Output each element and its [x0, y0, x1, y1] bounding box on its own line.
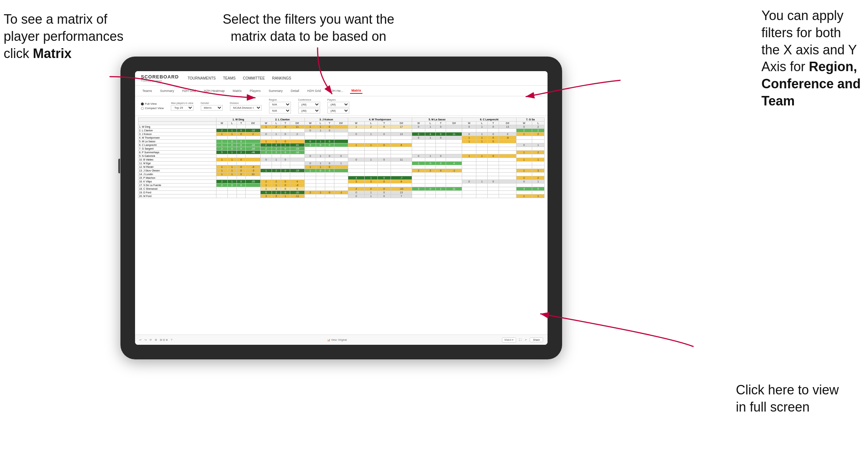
matrix-container[interactable]: 1. W Ding 2. L Clanton 3. J Koivun 4. M …: [135, 116, 548, 335]
players-select2[interactable]: (All): [327, 108, 349, 113]
matrix-cell: [304, 184, 316, 187]
matrix-cell: [476, 187, 488, 191]
nav-tournaments[interactable]: TOURNAMENTS: [188, 76, 216, 81]
fullscreen-icon[interactable]: ⛶: [519, 339, 522, 341]
division-select[interactable]: NCAA Division I: [230, 105, 262, 111]
sh-t5: T: [435, 121, 446, 125]
subnav-h2h-grid2[interactable]: H2H Grid: [306, 88, 323, 93]
matrix-cell: [227, 125, 237, 129]
subnav-players[interactable]: Players: [248, 88, 262, 93]
subnav-detail[interactable]: Detail: [289, 88, 301, 93]
matrix-cell: [499, 151, 516, 154]
sh-t6: T: [488, 121, 499, 125]
matrix-cell: [260, 136, 272, 140]
undo-icon[interactable]: ↩: [139, 339, 142, 341]
matrix-cell: [348, 162, 364, 165]
matrix-cell: [499, 158, 516, 162]
matrix-cell: [499, 169, 516, 173]
matrix-cell: 1: [227, 173, 237, 176]
matrix-cell: [334, 151, 348, 154]
matrix-cell: [246, 140, 260, 143]
matrix-cell: [435, 180, 446, 184]
matrix-cell: 2: [532, 132, 544, 136]
full-view-radio[interactable]: Full View: [141, 102, 164, 105]
players-select[interactable]: (All): [327, 102, 349, 107]
subnav-h2h-heatmap[interactable]: H2H Heatmap: [203, 88, 226, 93]
matrix-cell: 2: [260, 147, 272, 151]
matrix-cell: 10: [246, 173, 260, 176]
region-select2[interactable]: N/A: [269, 108, 291, 113]
matrix-cell: 0: [237, 129, 246, 132]
redo-icon[interactable]: ↪: [145, 339, 147, 341]
matrix-cell: [532, 147, 544, 151]
matrix-cell: [227, 191, 237, 194]
matrix-cell: [364, 147, 377, 151]
matrix-cell: [237, 154, 246, 158]
gender-select[interactable]: Men's: [201, 105, 223, 111]
sh-t1: T: [237, 121, 246, 125]
help-icon[interactable]: ?: [171, 339, 172, 341]
max-players-select[interactable]: Top 25: [171, 105, 193, 111]
conference-select[interactable]: (All): [298, 102, 320, 107]
subnav-matrix[interactable]: Matrix: [231, 88, 243, 93]
matrix-cell: [488, 194, 499, 198]
matrix-cell: [334, 158, 348, 162]
matrix-cell: 0: [377, 132, 391, 136]
matrix-cell: 5: [532, 187, 544, 191]
matrix-cell: 1: [364, 143, 377, 147]
subnav-matrix2[interactable]: Matrix: [350, 88, 363, 94]
matrix-cell: [476, 129, 488, 132]
subnav-summary2[interactable]: Summary: [267, 88, 284, 93]
nav-teams[interactable]: TEAMS: [223, 76, 235, 81]
subnav-h2h-grid[interactable]: H2H Grid: [181, 88, 197, 93]
matrix-cell: [260, 176, 272, 180]
matrix-cell: 11: [290, 125, 304, 129]
matrix-cell: 24: [290, 143, 304, 147]
watch-btn[interactable]: Watch ▾: [502, 337, 516, 343]
row-player-name: 14. J Lundin: [138, 173, 216, 176]
matrix-cell: [290, 136, 304, 140]
matrix-cell: 0: [348, 191, 364, 194]
matrix-cell: [516, 173, 532, 176]
matrix-cell: [462, 184, 476, 187]
subnav-teams[interactable]: Teams: [141, 88, 154, 93]
conference-select2[interactable]: (All): [298, 108, 320, 113]
compact-view-radio[interactable]: Compact View: [141, 107, 164, 110]
subnav-h2hhe[interactable]: H2H He...: [327, 88, 345, 93]
share-icon[interactable]: ↗: [525, 339, 527, 341]
matrix-cell: [476, 158, 488, 162]
matrix-cell: 1: [425, 136, 436, 140]
matrix-cell: 0: [237, 169, 246, 173]
matrix-cell: [304, 151, 316, 154]
matrix-cell: [227, 162, 237, 165]
matrix-cell: 0: [325, 162, 334, 165]
share-btn[interactable]: Share: [530, 337, 543, 342]
matrix-cell: [304, 180, 316, 184]
matrix-cell: 0: [281, 184, 290, 187]
matrix-cell: [476, 169, 488, 173]
matrix-cell: [476, 184, 488, 187]
matrix-cell: 11: [446, 187, 462, 191]
region-select[interactable]: N/A: [269, 102, 291, 107]
tablet-side-button: [118, 159, 120, 173]
nav-committee[interactable]: COMMITTEE: [243, 76, 265, 81]
refresh-icon[interactable]: ⟳: [150, 339, 152, 341]
matrix-cell: 0: [377, 191, 391, 194]
zoom-controls[interactable]: ⊞ ⊟ ⊕: [160, 339, 168, 341]
settings-icon[interactable]: ⚙: [155, 339, 157, 341]
matrix-cell: 2: [348, 187, 364, 191]
nav-rankings[interactable]: RANKINGS: [272, 76, 291, 81]
matrix-cell: [425, 180, 436, 184]
matrix-cell: 0: [237, 180, 246, 184]
matrix-cell: [316, 187, 325, 191]
matrix-cell: 1: [281, 194, 290, 198]
matrix-cell: [260, 154, 272, 158]
matrix-cell: [364, 136, 377, 140]
sh-l1: L: [227, 121, 237, 125]
matrix-cell: [435, 176, 446, 180]
subnav-summary[interactable]: Summary: [159, 88, 176, 93]
row-player-name: 3. J Koivun: [138, 132, 216, 136]
matrix-cell: [216, 176, 227, 180]
matrix-cell: [446, 176, 462, 180]
matrix-cell: [325, 151, 334, 154]
